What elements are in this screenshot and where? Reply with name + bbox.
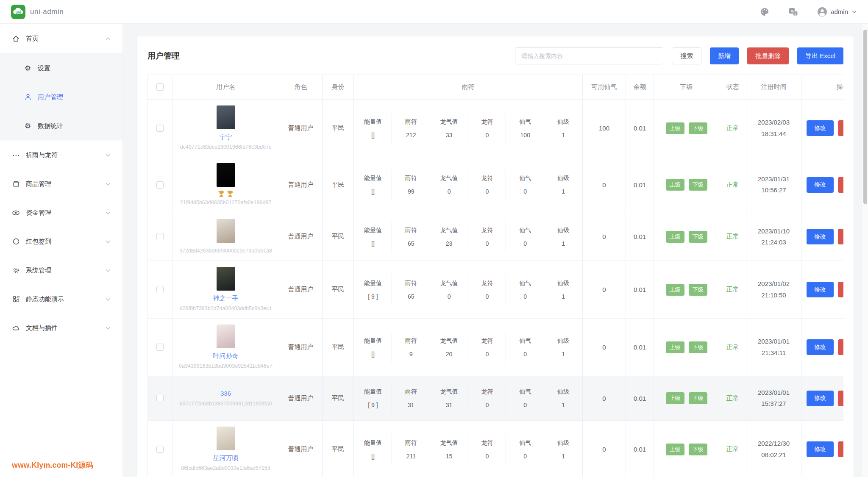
search-input[interactable] — [515, 47, 663, 64]
stat-value: 0 — [486, 453, 489, 460]
stat-label: 雨符 — [405, 280, 417, 287]
delete-button[interactable] — [838, 229, 843, 244]
stat-value: 1 — [562, 402, 565, 408]
stat-label: 仙级 — [557, 175, 569, 182]
superior-tag-button[interactable]: 上级 — [666, 444, 684, 455]
modify-button[interactable]: 修改 — [807, 229, 834, 244]
available-qi-cell: 0 — [583, 421, 626, 477]
subordinate-tag-button[interactable]: 下级 — [689, 392, 707, 404]
scrollbar-thumb[interactable] — [863, 30, 867, 204]
subordinate-tag-button[interactable]: 下级 — [689, 179, 707, 191]
username-link[interactable]: 宁宁 — [220, 132, 232, 142]
sidebar-item-products[interactable]: 商品管理 — [0, 169, 122, 198]
table-row: 宁宁 dc49771c63dce29001966fd76c3bd07c 普通用户… — [148, 100, 844, 157]
col-identity: 身份 — [323, 75, 354, 100]
row-checkbox[interactable] — [156, 344, 164, 351]
sidebar-item-settings[interactable]: ⚙ 设置 — [0, 54, 122, 83]
subordinate-tag-button[interactable]: 下级 — [689, 284, 707, 296]
subordinate-tag-button[interactable]: 下级 — [689, 444, 707, 455]
user-avatar — [217, 219, 235, 243]
chevron-down-icon — [105, 210, 111, 216]
register-time: 15:37:27 — [746, 398, 801, 409]
stat-value: 20 — [446, 351, 453, 358]
role-cell: 普通用户 — [279, 261, 323, 319]
row-checkbox[interactable] — [156, 233, 164, 240]
table-row: 21f8dd5b63d8835b01270efa0e196d97 普通用户 平民… — [148, 157, 844, 213]
page-scrollbar[interactable] — [862, 24, 868, 477]
identity-cell: 平民 — [323, 157, 354, 213]
col-register-time: 注册时间 — [746, 75, 801, 100]
delete-button[interactable] — [838, 282, 843, 297]
export-excel-button[interactable]: 导出 Excel — [797, 47, 843, 64]
role-cell: 普通用户 — [279, 100, 323, 157]
register-time-cell: 2022/12/30 08:02:21 — [746, 438, 801, 460]
stat-value: 0 — [523, 351, 527, 358]
subordinate-tags: 上级 下级 — [654, 284, 719, 296]
username-link[interactable]: 星河万顷 — [213, 453, 239, 463]
batch-delete-button[interactable]: 批量删除 — [747, 47, 789, 64]
username-link[interactable]: 336 — [220, 389, 231, 399]
username-link[interactable]: 神之一手 — [213, 294, 239, 303]
delete-button[interactable] — [838, 441, 843, 457]
superior-tag-button[interactable]: 上级 — [666, 231, 684, 243]
select-all-checkbox[interactable] — [156, 83, 164, 91]
gear-outline-icon — [12, 266, 20, 275]
register-date: 2023/01/01 — [746, 336, 801, 347]
modify-button[interactable]: 修改 — [807, 441, 834, 457]
delete-button[interactable] — [838, 120, 843, 136]
superior-tag-button[interactable]: 上级 — [666, 122, 684, 134]
superior-tag-button[interactable]: 上级 — [666, 179, 684, 191]
page-title: 用户管理 — [147, 50, 180, 61]
sidebar-item-redpacket[interactable]: 红包签到 — [0, 227, 122, 256]
stat-label: 仙气 — [519, 388, 531, 396]
actions-cell: 修改 — [801, 282, 843, 297]
sidebar-item-home[interactable]: 首页 — [0, 24, 122, 53]
sidebar-item-static-demo[interactable]: 静态功能演示 — [0, 285, 122, 313]
register-time: 21:10:50 — [746, 290, 801, 301]
subordinate-tag-button[interactable]: 下级 — [689, 231, 707, 243]
delete-button[interactable] — [838, 339, 843, 355]
superior-tag-button[interactable]: 上级 — [666, 341, 684, 353]
row-checkbox[interactable] — [156, 125, 164, 132]
sidebar-item-statistics[interactable]: ⚙ 数据统计 — [0, 111, 122, 140]
uni-logo-icon: uni — [11, 5, 25, 19]
modify-button[interactable]: 修改 — [807, 177, 834, 193]
superior-tag-button[interactable]: 上级 — [666, 392, 684, 404]
stat-value: 0 — [523, 240, 527, 247]
superior-tag-button[interactable]: 上级 — [666, 284, 684, 296]
stat-value: 31 — [408, 402, 415, 408]
stat-label: 龙气值 — [440, 439, 458, 447]
stat-label: 龙气值 — [440, 280, 458, 287]
sidebar-item-rain-dragon[interactable]: ⋯ 祈雨与龙符 — [0, 141, 122, 169]
subordinate-tags: 上级 下级 — [654, 341, 719, 353]
modify-button[interactable]: 修改 — [807, 339, 834, 355]
row-checkbox[interactable] — [156, 286, 164, 293]
username-link[interactable]: 叶问孙奇 — [213, 351, 239, 361]
stat-value: [] — [371, 132, 375, 139]
sidebar-item-user-management[interactable]: 用户管理 — [0, 83, 122, 111]
sidebar-item-funds[interactable]: 资金管理 — [0, 198, 122, 227]
search-button[interactable]: 搜索 — [672, 47, 701, 64]
row-checkbox[interactable] — [156, 446, 164, 453]
subordinate-tag-button[interactable]: 下级 — [689, 122, 707, 134]
sidebar-item-docs-plugins[interactable]: 文档与插件 — [0, 313, 122, 342]
user-avatar — [217, 105, 235, 129]
watermark: www.KIym.com-KI源码 — [12, 460, 93, 470]
modify-button[interactable]: 修改 — [807, 120, 834, 136]
modify-button[interactable]: 修改 — [807, 391, 834, 406]
stat-value: 0 — [523, 293, 527, 300]
delete-button[interactable] — [838, 177, 843, 193]
palette-icon[interactable] — [760, 7, 770, 17]
username-link[interactable] — [217, 190, 234, 197]
translate-icon[interactable]: A 文 — [788, 7, 798, 17]
add-button[interactable]: 新增 — [710, 47, 739, 64]
delete-button[interactable] — [838, 391, 843, 406]
stat-value: 31 — [446, 402, 453, 408]
row-checkbox[interactable] — [156, 181, 164, 189]
stat-value: [ 9 ] — [368, 402, 378, 408]
admin-menu[interactable]: admin — [817, 7, 857, 17]
row-checkbox[interactable] — [156, 395, 164, 402]
sidebar-item-system[interactable]: 系统管理 — [0, 256, 122, 285]
modify-button[interactable]: 修改 — [807, 282, 834, 297]
subordinate-tag-button[interactable]: 下级 — [689, 341, 707, 353]
